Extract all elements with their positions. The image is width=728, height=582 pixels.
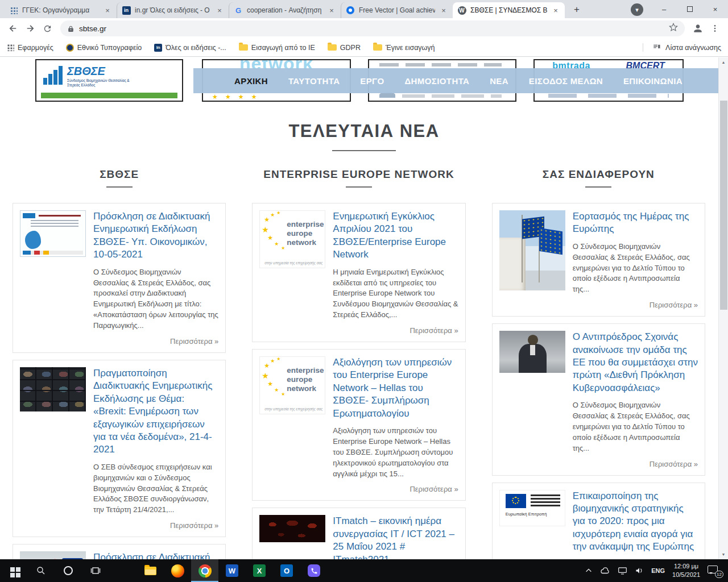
reload-button[interactable]: [39, 20, 56, 37]
article-title-link[interactable]: Ενημερωτική Εγκύκλιος Απριλίου 2021 του …: [333, 210, 458, 261]
reading-list-label: Λίστα ανάγνωσης: [665, 44, 721, 52]
browser-tab[interactable]: G cooperation - Αναζήτηση ×: [229, 2, 341, 18]
read-more-link[interactable]: Περισσότερα »: [573, 454, 698, 468]
article-title-link[interactable]: Επικαιροποίηση της βιομηχανικής στρατηγι…: [573, 490, 698, 554]
language-indicator[interactable]: ENG: [651, 567, 665, 574]
browser-tab[interactable]: Free Vector | Goal achieve ×: [341, 2, 453, 18]
article-title-link[interactable]: ITmatch – εικονική ημέρα συνεργασίας IT …: [333, 515, 458, 559]
page-viewport: ΣΒΘΣΕ Σύνδεσμος Βιομηχανιών Θεσσαλίας & …: [0, 57, 728, 559]
start-button[interactable]: [0, 559, 27, 582]
taskbar-search-button[interactable]: [27, 559, 55, 582]
browser-tab[interactable]: ΓΓΕΚ: Οργανόγραμμα ×: [5, 2, 117, 18]
article-title-link[interactable]: Πρόσκληση σε Διαδικτυακή Ενημερωτική Εκδ…: [93, 210, 218, 261]
chrome-button[interactable]: [191, 559, 218, 582]
minimize-button[interactable]: –: [651, 0, 677, 18]
read-more-link[interactable]: Περισσότερα »: [93, 331, 218, 346]
new-tab-button[interactable]: +: [569, 2, 584, 17]
word-button[interactable]: [218, 559, 246, 582]
een-logo-text: enterpriseeuropenetwork: [287, 220, 324, 247]
article-excerpt: Ο Σύνδεσμος Βιομηχανιών Θεσσαλίας & Στερ…: [573, 400, 698, 454]
tab-close-icon[interactable]: ×: [327, 6, 336, 15]
article-image[interactable]: enterpriseeuropenetwork στην υπηρεσία τη…: [259, 210, 325, 268]
news-card: enterpriseeuropenetwork στην υπηρεσία τη…: [252, 349, 465, 501]
nav-item-news[interactable]: ΝΕΑ: [490, 76, 508, 86]
reading-list-button[interactable]: Λίστα ανάγνωσης: [643, 43, 721, 52]
profile-avatar-icon[interactable]: [689, 20, 706, 37]
scroll-down-icon[interactable]: ▼: [719, 550, 728, 559]
page-title: ΤΕΛΕΥΤΑΙΑ ΝΕΑ: [0, 121, 728, 142]
article-title-link[interactable]: Πραγματοποίηση Διαδικτυακής Ενημερωτικής…: [93, 367, 218, 456]
windows-taskbar: ENG 12:09 μμ 10/5/2021 12: [0, 559, 728, 582]
news-column-sbtse: ΣΒΘΣΕ Πρόσκληση σε Διαδικτυακή Ενημερωτι…: [13, 168, 226, 559]
article-image[interactable]: [20, 367, 86, 411]
url-text[interactable]: sbtse.gr: [79, 24, 664, 33]
onedrive-cloud-icon[interactable]: [600, 567, 610, 575]
read-more-link[interactable]: Περισσότερα »: [333, 321, 458, 335]
news-column-een: ENTERPRISE EUROPE NETWORK enterpriseeuro…: [252, 168, 465, 559]
bookmark-folder[interactable]: GDPR: [328, 44, 361, 52]
tab-close-icon[interactable]: ×: [215, 6, 224, 15]
scrollbar-thumb[interactable]: [720, 101, 727, 310]
scroll-up-icon[interactable]: ▲: [719, 57, 728, 67]
bookmark-item[interactable]: in Όλες οι ειδήσεις -...: [154, 44, 226, 52]
network-icon[interactable]: [618, 567, 627, 575]
logo-acronym: ΣΒΘΣΕ: [67, 65, 105, 77]
viber-button[interactable]: [300, 559, 328, 582]
article-title-link[interactable]: Ο Αντιπρόεδρος Σχοινάς ανακοίνωσε την ομ…: [573, 331, 698, 394]
bookmark-folder[interactable]: Εισαγωγή από το IE: [239, 44, 315, 52]
bookmark-folder[interactable]: Έγινε εισαγωγή: [373, 44, 435, 52]
bookmark-item[interactable]: Εθνικό Τυπογραφείο: [66, 44, 142, 52]
read-more-link[interactable]: Περισσότερα »: [333, 479, 458, 493]
article-image[interactable]: [259, 515, 325, 542]
sbtse-logo[interactable]: ΣΒΘΣΕ Σύνδεσμος Βιομηχανιών Θεσσαλίας & …: [35, 59, 183, 102]
task-view-button[interactable]: [82, 559, 109, 582]
outlook-button[interactable]: [273, 559, 300, 582]
browser-menu-kebab-icon[interactable]: [706, 20, 723, 37]
nav-item-home[interactable]: ΑΡΧΙΚΗ: [234, 76, 268, 86]
browser-tab-active[interactable]: W ΣΒΘΣΕ | ΣΥΝΔΕΣΜΟΣ ΒΙΟ ×: [453, 2, 565, 18]
page-scrollbar[interactable]: ▲ ▼: [718, 57, 728, 559]
file-explorer-button[interactable]: [136, 559, 164, 582]
taskbar-clock[interactable]: 12:09 μμ 10/5/2021: [672, 562, 700, 579]
volume-icon[interactable]: [635, 567, 644, 575]
article-image[interactable]: [20, 210, 86, 257]
tab-search-icon[interactable]: ▾: [631, 3, 643, 16]
back-button[interactable]: [5, 20, 22, 37]
maximize-button[interactable]: [677, 0, 702, 18]
apps-shortcut[interactable]: Εφαρμογές: [7, 44, 53, 52]
action-center-button[interactable]: 12: [708, 564, 722, 577]
logo-green-banner: [41, 93, 177, 98]
cortana-button[interactable]: [55, 559, 82, 582]
excel-button[interactable]: [246, 559, 273, 582]
back-icon: [8, 23, 18, 34]
article-title-link[interactable]: Αξιολόγηση των υπηρεσιών του Enterprise …: [333, 356, 458, 420]
article-image[interactable]: [499, 331, 565, 373]
firefox-button[interactable]: [164, 559, 191, 582]
address-bar[interactable]: sbtse.gr: [60, 20, 685, 36]
nav-item-contact[interactable]: ΕΠΙΚΟΙΝΩΝΙΑ: [623, 76, 682, 86]
column-heading: ENTERPRISE EUROPE NETWORK: [252, 168, 465, 188]
google-favicon-icon: G: [234, 6, 243, 15]
read-more-link[interactable]: Περισσότερα »: [93, 516, 218, 530]
article-image[interactable]: enterpriseeuropenetwork στην υπηρεσία τη…: [259, 356, 325, 414]
nav-item-publicity[interactable]: ΔΗΜΟΣΙΟΤΗΤΑ: [404, 76, 469, 86]
tab-close-icon[interactable]: ×: [551, 6, 560, 15]
read-more-link[interactable]: Περισσότερα »: [573, 295, 698, 309]
tab-close-icon[interactable]: ×: [103, 6, 112, 15]
article-title-link[interactable]: Πρόσκληση σε Διαδικτυακή Ενημερωτική Εκδ…: [93, 551, 218, 559]
bookmark-label: Όλες οι ειδήσεις -...: [166, 44, 226, 52]
article-title-link[interactable]: Εορτασμός της Ημέρας της Ευρώπης: [573, 210, 698, 236]
nav-item-members-login[interactable]: ΕΙΣΟΔΟΣ ΜΕΛΩΝ: [529, 76, 603, 86]
tray-expand-icon[interactable]: [585, 567, 593, 575]
nav-item-project[interactable]: ΕΡΓΟ: [360, 76, 384, 86]
forward-button[interactable]: [22, 20, 39, 37]
bookmark-star-icon[interactable]: [669, 23, 678, 34]
browser-tab[interactable]: in in.gr Όλες οι ειδήσεις - Ο ×: [117, 2, 229, 18]
article-image[interactable]: BREXIT EU: [20, 551, 86, 559]
article-image[interactable]: [499, 210, 565, 290]
nav-item-identity[interactable]: ΤΑΥΤΟΤΗΤΑ: [288, 76, 340, 86]
article-image[interactable]: Ευρωπαϊκή Επιτροπή: [499, 490, 565, 526]
clock-time: 12:09 μμ: [674, 563, 698, 569]
tab-close-icon[interactable]: ×: [439, 6, 448, 15]
close-button[interactable]: ×: [702, 0, 728, 18]
